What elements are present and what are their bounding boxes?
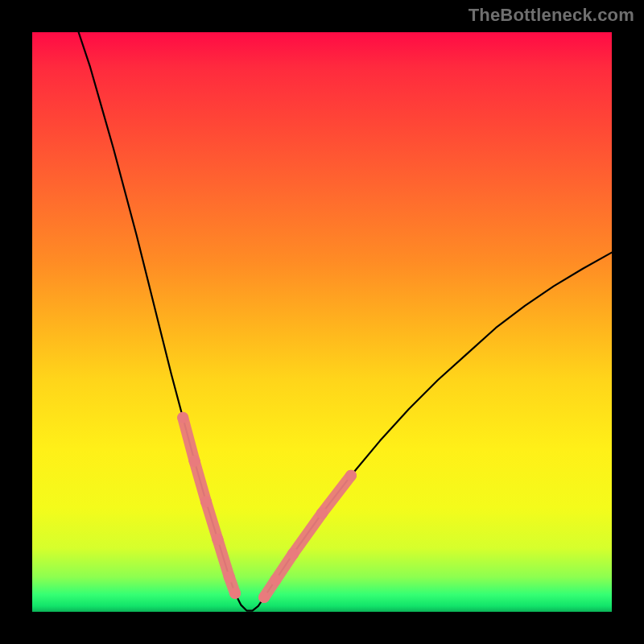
svg-line-15 [293,514,322,554]
curve-line [79,32,612,611]
svg-point-9 [224,572,235,583]
svg-line-2 [195,461,206,502]
svg-point-19 [345,470,357,481]
svg-point-10 [229,588,241,599]
svg-line-6 [217,539,229,577]
dots-right-band [258,470,357,603]
svg-point-7 [212,534,223,545]
svg-point-3 [189,456,200,467]
svg-line-0 [183,418,194,461]
watermark-text: TheBottleneck.com [469,5,634,26]
plot-area [32,32,612,612]
svg-point-16 [287,548,299,559]
dots-left-band [177,412,241,599]
svg-point-5 [200,496,212,507]
svg-line-4 [206,502,217,539]
curve-overlay [32,32,612,612]
svg-line-17 [322,476,351,514]
svg-point-1 [177,412,188,423]
svg-point-14 [270,574,281,585]
svg-point-18 [316,508,328,519]
svg-point-12 [258,592,270,603]
chart-container: TheBottleneck.com [0,0,644,644]
